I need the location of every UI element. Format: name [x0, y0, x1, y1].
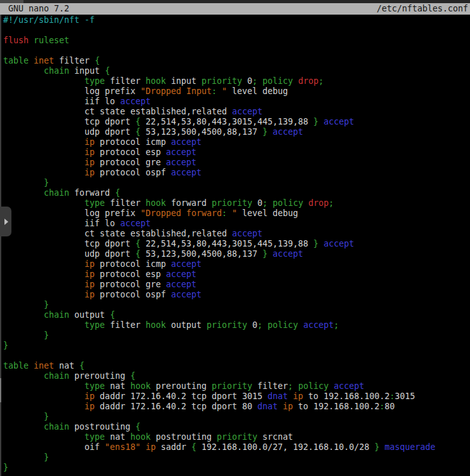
code-segment: type	[84, 198, 105, 208]
code-segment: #!/usr/sbin/nft -f	[3, 15, 95, 25]
code-segment	[3, 198, 84, 208]
code-segment: iif lo	[3, 219, 120, 228]
code-segment: {	[95, 56, 100, 65]
code-segment: hook	[145, 198, 166, 208]
editor-line	[3, 351, 470, 361]
editor-line: type filter hook forward priority 0; pol…	[3, 198, 470, 208]
code-segment: chain	[44, 371, 69, 381]
code-segment: nat	[105, 432, 130, 442]
code-segment: filter	[54, 56, 95, 65]
code-segment: log prefix	[3, 86, 140, 96]
code-segment: to 192.168.100.2	[293, 402, 379, 411]
scrollbar-thumb[interactable]	[0, 378, 1, 402]
code-segment	[3, 280, 84, 289]
code-segment: flush	[3, 36, 29, 45]
code-segment: filter	[105, 76, 145, 86]
editor-line: table inet filter {	[3, 56, 470, 66]
code-segment	[3, 432, 84, 442]
code-segment: accept	[171, 290, 201, 299]
code-segment: accept	[272, 249, 303, 259]
code-segment: {	[130, 371, 135, 381]
code-segment: hook	[130, 432, 151, 442]
code-segment: }	[3, 341, 8, 350]
code-segment: ip	[84, 280, 95, 289]
editor-line: chain input {	[3, 66, 470, 76]
editor-line	[3, 46, 470, 56]
code-segment: accept	[171, 259, 201, 269]
code-segment: accept	[120, 97, 151, 106]
code-segment: filter	[252, 381, 288, 391]
code-segment: output	[69, 310, 110, 320]
code-segment: accept	[323, 239, 354, 248]
code-segment: chain	[44, 66, 69, 76]
code-segment: oif	[3, 442, 105, 452]
code-segment: ip	[84, 391, 95, 401]
code-segment: {	[135, 127, 140, 137]
code-segment	[3, 402, 84, 411]
code-segment: 53,123,500,4500,88,137	[140, 127, 262, 137]
editor-line: chain postrouting {	[3, 422, 470, 432]
app-version-title: GNU nano 7.2	[0, 3, 69, 15]
code-segment: }	[3, 463, 8, 472]
code-segment	[3, 310, 44, 320]
code-segment: {	[135, 422, 140, 432]
code-segment	[3, 320, 84, 330]
code-segment: 53,123,500,4500,88,137	[140, 249, 262, 259]
code-segment	[29, 361, 34, 371]
editor-line: type filter hook output priority 0; poli…	[3, 320, 470, 330]
code-segment: ip	[145, 442, 156, 452]
editor-line: }	[3, 330, 470, 341]
code-segment	[3, 412, 44, 421]
code-segment: chain	[44, 310, 69, 320]
editor-line: ip protocol esp accept	[3, 269, 470, 280]
code-segment: accept	[232, 229, 262, 238]
editor-line: iif lo accept	[3, 97, 470, 107]
code-segment: protocol ospf	[95, 168, 171, 177]
editor-line	[3, 25, 470, 36]
code-segment: log prefix	[3, 208, 140, 218]
code-segment: priority	[211, 381, 252, 391]
code-segment: "Dropped forward	[140, 208, 222, 218]
code-segment: protocol ospf	[95, 290, 171, 299]
code-segment: {	[105, 66, 110, 76]
code-segment: protocol esp	[95, 147, 166, 157]
code-segment: tcp dport	[3, 239, 135, 248]
code-segment: accept	[120, 219, 151, 228]
code-segment	[3, 137, 84, 147]
code-segment: policy	[298, 381, 328, 391]
code-segment: policy	[272, 198, 303, 208]
code-segment: accept	[303, 320, 333, 330]
code-segment: "ens18"	[105, 442, 140, 452]
code-segment: accept	[166, 147, 196, 157]
code-segment: protocol gre	[95, 280, 166, 289]
code-segment: {	[135, 117, 140, 126]
code-segment	[29, 56, 34, 65]
editor-line: oif "ens18" ip saddr { 192.168.100.0/27,…	[3, 442, 470, 452]
code-segment	[29, 36, 34, 45]
code-segment: protocol gre	[95, 158, 166, 167]
editor-line: chain forward {	[3, 188, 470, 198]
editor-line: ct state established,related accept	[3, 107, 470, 117]
editor-line: ip protocol icmp accept	[3, 137, 470, 147]
editor-text-area[interactable]: #!/usr/sbin/nft -f flush ruleset table i…	[0, 15, 470, 476]
code-segment: 3015	[394, 391, 415, 401]
code-segment: ip	[84, 137, 95, 147]
code-segment	[3, 300, 44, 309]
code-segment: {	[79, 361, 84, 371]
control-bar-handle[interactable]	[0, 207, 11, 236]
scrollbar-track[interactable]	[0, 15, 1, 476]
code-segment: type	[84, 381, 105, 391]
code-segment	[3, 330, 44, 340]
code-segment: ct state established,related	[3, 229, 232, 238]
code-segment: chain	[44, 422, 69, 432]
editor-line: ct state established,related accept	[3, 229, 470, 239]
editor-line: ip protocol icmp accept	[3, 259, 470, 269]
code-segment	[3, 168, 84, 177]
editor-line: udp dport { 53,123,500,4500,88,137 } acc…	[3, 249, 470, 259]
code-segment: 0	[252, 198, 262, 208]
code-segment: 22,514,53,80,443,3015,445,139,88	[140, 117, 313, 126]
code-segment: 0	[247, 320, 257, 330]
code-segment: hook	[130, 381, 151, 391]
file-path: /etc/nftables.conf	[377, 3, 470, 15]
code-segment: }	[44, 330, 49, 340]
